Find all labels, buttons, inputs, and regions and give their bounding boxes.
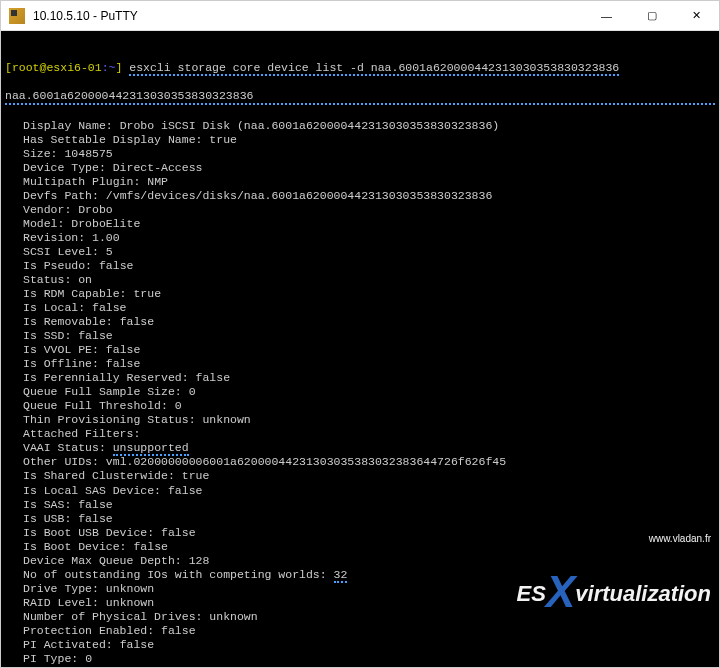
output-line: Is Boot Device: false [5,540,715,554]
window-controls: — ▢ ✕ [584,1,719,30]
output-line: Is Removable: false [5,315,715,329]
output-line: Is Perennially Reserved: false [5,371,715,385]
output-line: Model: DroboElite [5,217,715,231]
output-line: PI Type: 0 [5,652,715,666]
output-line: Other UIDs: vml.02000000006001a620000442… [5,455,715,469]
output-line: Is Boot USB Device: false [5,526,715,540]
titlebar[interactable]: 10.10.5.10 - PuTTY — ▢ ✕ [1,1,719,31]
output-line: VAAI Status: unsupported [5,441,715,455]
output-line: Has Settable Display Name: true [5,133,715,147]
output-line: Devfs Path: /vmfs/devices/disks/naa.6001… [5,189,715,203]
output-line: Number of Physical Drives: unknown [5,610,715,624]
output-line: Is Shared Clusterwide: true [5,469,715,483]
output-line: Is Pseudo: false [5,259,715,273]
output-line: SCSI Level: 5 [5,245,715,259]
command-text: esxcli storage core device list -d naa.6… [129,61,619,76]
putty-icon [9,8,25,24]
output-line: Is SSD: false [5,329,715,343]
output-line: Is USB: false [5,512,715,526]
putty-window: 10.10.5.10 - PuTTY — ▢ ✕ [root@esxi6-01:… [0,0,720,668]
output-line: Is Local SAS Device: false [5,484,715,498]
output-line: Display Name: Drobo iSCSI Disk (naa.6001… [5,119,715,133]
output-line: Protection Enabled: false [5,624,715,638]
output-line: Size: 1048575 [5,147,715,161]
output-line: No of outstanding IOs with competing wor… [5,568,715,582]
terminal-area[interactable]: [root@esxi6-01:~] esxcli storage core de… [1,31,719,667]
output-line: PI Protection Mask: NO PROTECTION [5,666,715,667]
output-fields: Display Name: Drobo iSCSI Disk (naa.6001… [5,119,715,667]
output-line: Is Offline: false [5,357,715,371]
output-line: PI Activated: false [5,638,715,652]
output-line: Thin Provisioning Status: unknown [5,413,715,427]
output-line: Queue Full Sample Size: 0 [5,385,715,399]
output-line: Attached Filters: [5,427,715,441]
output-line: Multipath Plugin: NMP [5,175,715,189]
output-line: Device Max Queue Depth: 128 [5,554,715,568]
device-id-line: naa.6001a62000044231303035383032383​6 [5,89,715,105]
output-line: Is VVOL PE: false [5,343,715,357]
minimize-button[interactable]: — [584,1,629,30]
output-line: Is RDM Capable: true [5,287,715,301]
close-button[interactable]: ✕ [674,1,719,30]
output-line: Device Type: Direct-Access [5,161,715,175]
output-line: Vendor: Drobo [5,203,715,217]
output-line: Is Local: false [5,301,715,315]
output-line: Revision: 1.00 [5,231,715,245]
window-title: 10.10.5.10 - PuTTY [33,9,584,23]
output-line: Is SAS: false [5,498,715,512]
prompt-line: [root@esxi6-01:~] esxcli storage core de… [5,61,715,75]
output-line: Drive Type: unknown [5,582,715,596]
output-line: Status: on [5,273,715,287]
output-line: RAID Level: unknown [5,596,715,610]
output-line: Queue Full Threshold: 0 [5,399,715,413]
maximize-button[interactable]: ▢ [629,1,674,30]
